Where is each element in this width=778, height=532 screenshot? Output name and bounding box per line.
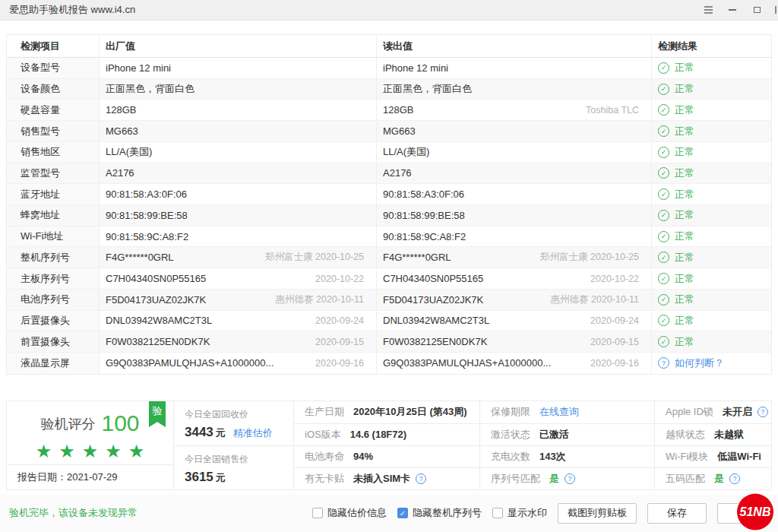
close-icon[interactable]: [775, 6, 778, 14]
read-value: MG663: [383, 125, 416, 137]
question-circle-icon[interactable]: ?: [416, 473, 426, 484]
checkbox-icon[interactable]: ✓: [397, 508, 408, 518]
check-circle-icon: ✓: [658, 147, 669, 158]
read-value: 90:81:58:9C:A8:F2: [383, 231, 466, 242]
five-code-match-label: 五码匹配: [666, 472, 705, 486]
factory-note: 惠州德赛 2020-10-11: [276, 293, 377, 306]
row-result-cell: ✓ ? 正常: [652, 205, 771, 226]
read-value: F4G******0GRL: [383, 252, 451, 263]
row-factory-cell: DNL03942W8AMC2T3L 2020-09-24: [100, 311, 377, 331]
ios-version-value: 14.6 (18F72): [350, 429, 406, 440]
serial-match-value: 是: [549, 472, 559, 486]
row-result-cell: ✓ ? 正常: [652, 311, 771, 331]
factory-value: iPhone 12 mini: [106, 62, 171, 74]
result-label: 正常: [675, 166, 694, 180]
read-note: 郑州富士康 2020-10-25: [540, 251, 651, 264]
warranty-online-link[interactable]: 在线查询: [539, 405, 579, 419]
table-row: 销售地区 LL/A(美国) LL/A(美国) ✓ ? 正常: [7, 142, 771, 163]
row-item-label: Wi-Fi地址: [7, 226, 100, 247]
row-factory-cell: 90:81:58:99:BE:58: [100, 205, 377, 226]
check-circle-icon: ✓: [658, 252, 669, 263]
wifi-module-value: 低温Wi-Fi: [717, 450, 761, 464]
appleid-lock-cell: Apple ID锁 未开启 ?: [655, 401, 771, 423]
option-checkbox[interactable]: ✓ 隐藏估价信息: [312, 506, 387, 520]
row-result-cell: ✓ ? 正常: [652, 331, 771, 352]
header-result: 检测结果: [652, 35, 771, 57]
window-controls: [702, 5, 778, 15]
option-checkbox[interactable]: ✓ 隐藏整机序列号: [397, 506, 482, 520]
result-label: 正常: [675, 293, 694, 306]
option-checkbox[interactable]: ✓ 显示水印: [492, 506, 547, 520]
result-label: 正常: [675, 103, 694, 117]
question-circle-icon[interactable]: ?: [565, 473, 575, 484]
factory-note: 郑州富士康 2020-10-25: [265, 251, 376, 264]
question-circle-icon[interactable]: ?: [729, 473, 740, 484]
row-read-cell: 90:81:58:A3:0F:06: [377, 184, 652, 204]
row-result-cell: ✓ ? 正常: [652, 226, 771, 247]
question-circle-icon[interactable]: ?: [658, 357, 669, 369]
recycle-price-label: 今日全国回收价: [185, 408, 293, 421]
checkbox-icon[interactable]: ✓: [492, 508, 503, 518]
result-label: 正常: [675, 335, 694, 349]
menu-icon[interactable]: [702, 5, 714, 15]
row-read-cell: MG663: [377, 121, 652, 141]
read-value: G9Q0383PAMULQHJAS+A1000000...: [383, 357, 551, 369]
price-panel: 今日全国回收价 3443 元 精准估价 今日全国销售价 3615 元: [174, 401, 294, 489]
checkbox-icon[interactable]: ✓: [312, 508, 323, 518]
sale-price-unit: 元: [216, 471, 226, 485]
read-value: F0W0382125EN0DK7K: [383, 336, 487, 347]
recycle-price-unit: 元: [216, 426, 226, 440]
five-code-match-cell: 五码匹配 是 ?: [655, 467, 771, 489]
row-read-cell: 128GB Toshiba TLC: [377, 100, 652, 120]
table-body: 设备型号 iPhone 12 mini iPhone 12 mini ✓ ? 正…: [7, 58, 771, 374]
header-factory-value: 出厂值: [100, 35, 377, 57]
result-label: 正常: [675, 82, 694, 96]
row-read-cell: F5D04173UAZ02JK7K 惠州德赛 2020-10-11: [377, 290, 652, 310]
row-factory-cell: F0W0382125EN0DK7K 2020-09-15: [100, 331, 377, 352]
activation-value: 已激活: [539, 428, 569, 442]
info-column-3: Apple ID锁 未开启 ? 越狱状态 未越狱 Wi-Fi模块 低温Wi-Fi…: [654, 401, 771, 489]
table-row: 蜂窝地址 90:81:58:99:BE:58 90:81:58:99:BE:58…: [7, 205, 771, 226]
minimize-icon[interactable]: [726, 5, 738, 15]
read-value: 128GB: [383, 104, 413, 116]
check-circle-icon: ✓: [658, 294, 669, 306]
serial-match-cell: 序列号匹配 是 ?: [480, 467, 654, 489]
ios-version-cell: iOS版本 14.6 (18F72): [294, 423, 479, 445]
table-row: 硬盘容量 128GB 128GB Toshiba TLC ✓ ? 正常: [7, 100, 771, 121]
checkbox-label: 隐藏整机序列号: [413, 506, 482, 520]
read-value: 90:81:58:99:BE:58: [383, 210, 465, 221]
row-result-cell: ✓ ? 正常: [652, 142, 771, 163]
factory-value: 90:81:58:99:BE:58: [106, 210, 188, 221]
summary-section: 验 验机评分100 ★★★★★ 报告日期：2021-07-29 今日全国回收价 …: [6, 401, 772, 490]
result-label: 正常: [675, 61, 694, 74]
row-item-label: 后置摄像头: [7, 311, 100, 331]
factory-value: F4G******0GRL: [106, 252, 174, 263]
check-circle-icon: ✓: [658, 125, 669, 137]
screenshot-to-clipboard-button[interactable]: 截图到剪贴板: [558, 503, 637, 524]
activation-cell: 激活状态 已激活: [480, 423, 654, 445]
row-item-label: 前置摄像头: [7, 331, 100, 352]
question-circle-icon[interactable]: ?: [757, 407, 768, 417]
read-note: 2020-09-24: [590, 315, 651, 326]
precise-estimate-link[interactable]: 精准估价: [233, 426, 273, 440]
row-factory-cell: 90:81:58:A3:0F:06: [100, 184, 377, 204]
row-factory-cell: LL/A(美国): [100, 142, 377, 163]
check-circle-icon: ✓: [658, 231, 669, 242]
table-row: 蓝牙地址 90:81:58:A3:0F:06 90:81:58:A3:0F:06…: [7, 184, 771, 205]
row-item-label: 设备型号: [7, 58, 100, 78]
restore-icon[interactable]: [751, 5, 763, 15]
check-circle-icon: ✓: [658, 188, 669, 200]
production-date-cell: 生产日期 2020年10月25日 (第43周): [294, 401, 479, 423]
row-result-cell: ✓ ? 正常: [652, 100, 771, 120]
row-item-label: 电池序列号: [7, 290, 100, 310]
info-column-2: 保修期限 在线查询 激活状态 已激活 充电次数 143次 序列号匹配 是 ?: [479, 401, 654, 489]
activation-label: 激活状态: [491, 428, 530, 442]
read-note: 2020-09-15: [590, 337, 651, 347]
row-result-cell: ✓ ? 如何判断？: [652, 353, 771, 374]
save-button[interactable]: 保存: [647, 503, 707, 524]
table-row: 监管型号 A2176 A2176 ✓ ? 正常: [7, 163, 771, 185]
window-title: 爱思助手验机报告 www.i4.cn: [0, 3, 135, 17]
factory-note: 2020-09-16: [315, 358, 376, 369]
table-row: 电池序列号 F5D04173UAZ02JK7K 惠州德赛 2020-10-11 …: [7, 290, 771, 311]
sim-card-label: 有无卡贴: [305, 472, 344, 486]
